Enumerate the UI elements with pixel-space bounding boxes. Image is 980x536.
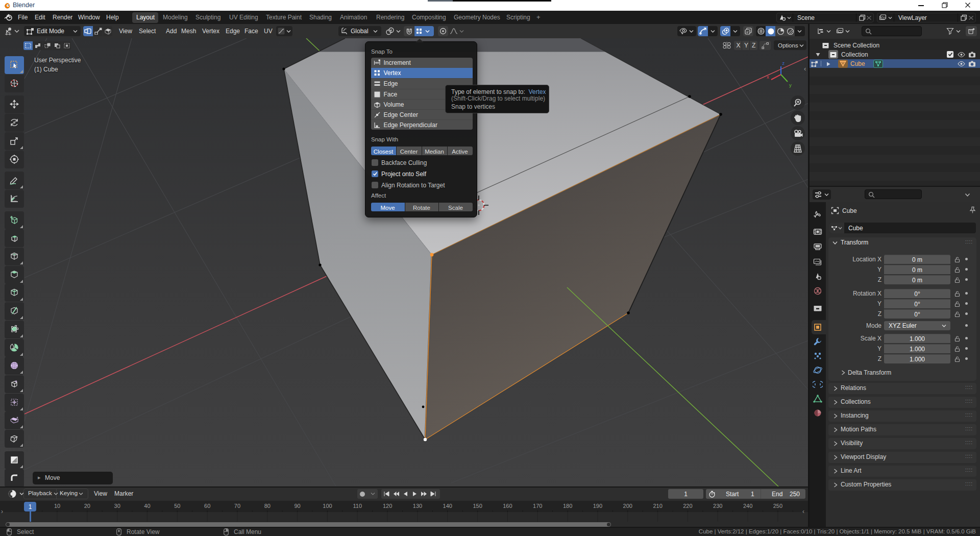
svg-text:y: y — [789, 82, 792, 88]
svg-text:x: x — [767, 74, 769, 80]
svg-text:z: z — [782, 60, 785, 66]
